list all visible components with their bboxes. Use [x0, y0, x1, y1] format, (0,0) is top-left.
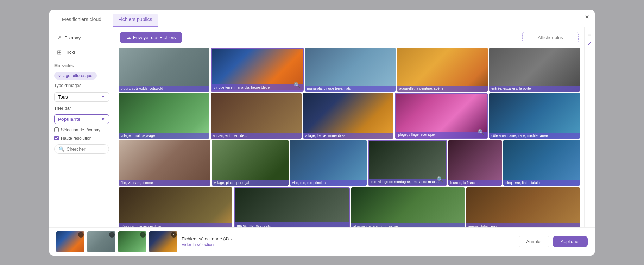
image-card-18[interactable]: maroc, morroco, boat	[234, 187, 349, 227]
image-label-8: village, fleuve, immeubles	[303, 133, 394, 139]
image-row-2: village, rural, paysage ancien, victorie…	[119, 93, 580, 139]
thumb-close-2[interactable]: ×	[109, 232, 115, 238]
haute-resolution-checkbox[interactable]: Haute résolution	[54, 136, 109, 141]
image-label-15: leurres, la france, a...	[448, 180, 502, 186]
upload-label: Envoyer des Fichiers	[133, 35, 176, 40]
image-card-8[interactable]: village, fleuve, immeubles	[303, 93, 394, 139]
thumb-4: ×	[149, 231, 177, 252]
image-card-11[interactable]: fille, vietnam, femme	[119, 140, 210, 186]
image-row-4: pôle nord, papier peint fleur, ... maroc…	[119, 187, 580, 227]
image-card-17[interactable]: pôle nord, papier peint fleur, ...	[119, 187, 232, 227]
sort-value: Popularité	[58, 116, 81, 122]
type-images-label: Type d'images	[54, 83, 109, 88]
selected-count[interactable]: Fichiers sélectionné (4) ›	[182, 236, 232, 241]
pixabay-icon: ↗	[57, 34, 62, 41]
image-card-10[interactable]: côte amalfitaine, italie, méditerranée	[489, 93, 580, 139]
image-card-6[interactable]: village, rural, paysage	[119, 93, 209, 139]
pixabay-label: Pixabay	[64, 35, 81, 40]
check-icon[interactable]: ✓	[587, 40, 592, 47]
image-card-9[interactable]: plage, village, scénique 🔍	[395, 93, 488, 139]
image-card-12[interactable]: village, place, portugal	[212, 140, 289, 186]
image-card-14[interactable]: rue, village de montagne, ambiance mauss…	[368, 140, 447, 186]
bottom-bar: × × × × Fichiers sélectionné (4) ›	[49, 227, 595, 256]
image-card-5[interactable]: entrée, escaliers, la porte	[489, 48, 580, 92]
zoom-icon-9: 🔍	[478, 129, 485, 135]
keyword-tag[interactable]: village pittoresque	[54, 72, 97, 80]
image-label-20: venise, italie, l'euro...	[466, 223, 580, 227]
close-button[interactable]: ×	[585, 13, 589, 21]
thumb-close-3[interactable]: ×	[140, 232, 146, 238]
type-images-value: Tous	[58, 94, 68, 100]
image-label-7: ancien, victorien, dé...	[211, 133, 302, 139]
clear-selection[interactable]: Vider la sélection	[182, 242, 232, 247]
image-card-13[interactable]: ville, rue, rue principale	[290, 140, 367, 186]
selected-count-chevron: ›	[230, 236, 232, 241]
thumb-1: ×	[56, 231, 84, 252]
modal-overlay: × Mes fichiers cloud Fichiers publics ↗ …	[0, 0, 644, 265]
sidebar-item-pixabay[interactable]: ↗ Pixabay	[54, 32, 109, 43]
flickr-icon: ⊞	[57, 49, 62, 56]
image-row-1: bibury, cotswolds, cotswold cinque terre…	[119, 48, 580, 92]
type-images-select[interactable]: Tous ▼	[54, 92, 109, 102]
mots-cles-label: Mots-clés	[54, 63, 109, 68]
image-label-16: cinq terre, italie, falaise	[503, 180, 580, 186]
image-label-19: albarracine, aragon, maisons	[351, 223, 465, 227]
modal-header: Mes fichiers cloud Fichiers publics	[49, 10, 595, 27]
tab-mes-fichiers[interactable]: Mes fichiers cloud	[56, 14, 107, 27]
afficher-plus-button[interactable]: Afficher plus	[522, 32, 579, 43]
modal: × Mes fichiers cloud Fichiers publics ↗ …	[49, 10, 595, 256]
image-grid: bibury, cotswolds, cotswold cinque terre…	[114, 48, 584, 227]
image-label-14: rue, village de montagne, ambiance mauss…	[369, 179, 446, 185]
trier-par-label: Trier par	[54, 106, 109, 111]
thumb-close-1[interactable]: ×	[78, 232, 84, 238]
thumb-close-4[interactable]: ×	[171, 232, 177, 238]
image-label-18: maroc, morroco, boat	[235, 222, 348, 227]
search-input[interactable]	[67, 146, 105, 152]
image-card-3[interactable]: manarola, cinque terre, natu	[305, 48, 396, 92]
image-card-7[interactable]: ancien, victorien, dé...	[211, 93, 302, 139]
upload-icon: ☁	[126, 35, 131, 40]
tab-fichiers-publics[interactable]: Fichiers publics	[113, 14, 158, 27]
image-card-2[interactable]: cinque terre, manarola, heure bleue 🔍	[211, 48, 304, 92]
selection-pixabay-input[interactable]	[54, 127, 59, 132]
selected-info: Fichiers sélectionné (4) › Vider la séle…	[182, 236, 232, 247]
flickr-label: Flickr	[64, 50, 75, 55]
sidebar-item-flickr[interactable]: ⊞ Flickr	[54, 47, 109, 58]
apply-button[interactable]: Appliquer	[553, 236, 588, 247]
cancel-button[interactable]: Annuler	[519, 236, 549, 247]
image-card-20[interactable]: venise, italie, l'euro...	[466, 187, 580, 227]
trier-par-select[interactable]: Popularité ▼	[54, 114, 109, 124]
selected-count-label: Fichiers sélectionné (4)	[182, 236, 229, 241]
haute-resolution-input[interactable]	[54, 136, 59, 140]
haute-resolution-label: Haute résolution	[61, 136, 91, 141]
main-content: ☁ Envoyer des Fichiers Afficher plus bib…	[114, 27, 584, 227]
search-icon: 🔍	[59, 146, 64, 152]
image-card-4[interactable]: aquarelle, la peinture, scène	[397, 48, 488, 92]
image-label-12: village, place, portugal	[212, 180, 289, 186]
image-label-9: plage, village, scénique	[396, 132, 487, 138]
type-images-arrow: ▼	[101, 94, 105, 99]
search-box[interactable]: 🔍	[54, 144, 109, 154]
image-label-17: pôle nord, papier peint fleur, ...	[119, 223, 232, 227]
action-buttons: Annuler Appliquer	[519, 236, 588, 247]
image-label-3: manarola, cinque terre, natu	[305, 86, 396, 92]
settings-icon[interactable]: ≡	[588, 31, 591, 37]
image-label-6: village, rural, paysage	[119, 133, 209, 139]
zoom-icon-2: 🔍	[293, 82, 301, 88]
selection-pixabay-label: Sélection de Pixabay	[61, 127, 100, 132]
thumb-2: ×	[87, 231, 115, 252]
image-card-15[interactable]: leurres, la france, a...	[448, 140, 502, 186]
content-toolbar: ☁ Envoyer des Fichiers Afficher plus	[114, 27, 584, 48]
sort-arrow: ▼	[101, 116, 105, 122]
image-row-3: fille, vietnam, femme village, place, po…	[119, 140, 580, 186]
image-card-16[interactable]: cinq terre, italie, falaise	[503, 140, 580, 186]
image-label-2: cinque terre, manarola, heure bleue	[212, 84, 303, 90]
selected-thumbs: × × × ×	[56, 231, 177, 252]
zoom-icon-14: 🔍	[437, 176, 444, 183]
upload-button[interactable]: ☁ Envoyer des Fichiers	[120, 32, 182, 43]
image-label-10: côte amalfitaine, italie, méditerranée	[489, 133, 580, 139]
selection-pixabay-checkbox[interactable]: Sélection de Pixabay	[54, 127, 109, 132]
image-label-11: fille, vietnam, femme	[119, 180, 210, 186]
image-card-1[interactable]: bibury, cotswolds, cotswold	[119, 48, 209, 92]
image-card-19[interactable]: albarracine, aragon, maisons	[351, 187, 465, 227]
